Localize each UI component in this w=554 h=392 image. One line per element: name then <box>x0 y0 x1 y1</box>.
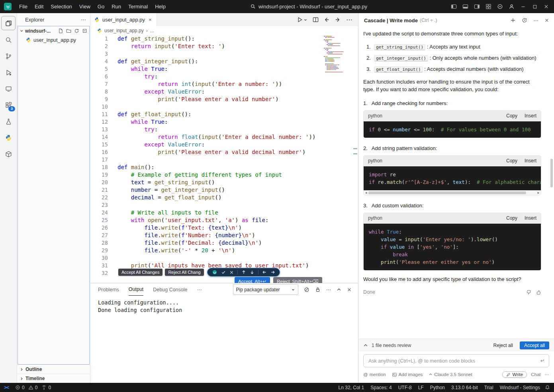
maximize-panel-icon[interactable] <box>337 287 341 292</box>
extensions-icon[interactable]: 3 <box>2 98 15 112</box>
new-conversation-icon[interactable] <box>510 18 516 23</box>
layout-panel-icon[interactable] <box>460 2 471 12</box>
chat-mode-toggle[interactable]: Chat <box>531 372 540 377</box>
copy-code-button[interactable]: Copy <box>506 157 517 165</box>
write-mode-toggle[interactable]: Write <box>502 371 527 378</box>
reject-change-icon[interactable] <box>229 270 234 275</box>
accept-all-changes-button[interactable]: Accept All Changes <box>118 269 162 276</box>
tab-problems[interactable]: Problems <box>98 283 119 296</box>
accept-change-icon[interactable] <box>221 270 226 275</box>
tab-close-icon[interactable]: × <box>148 17 153 23</box>
python-panel-icon[interactable] <box>2 131 15 144</box>
layout-grid-icon[interactable] <box>483 2 494 12</box>
scrollbar-thumb[interactable] <box>368 191 526 194</box>
minimize-button[interactable] <box>518 2 529 12</box>
cascade-input-box[interactable]: ↵ <box>363 354 549 367</box>
prev-change-icon[interactable] <box>241 270 246 275</box>
close-panel-icon[interactable] <box>347 287 352 292</box>
run-debug-icon[interactable] <box>2 66 15 79</box>
footer-more-icon[interactable]: ⋯ <box>545 372 550 377</box>
testing-icon[interactable] <box>2 115 15 128</box>
lock-scroll-icon[interactable] <box>315 287 321 293</box>
menu-item[interactable]: File <box>16 2 31 11</box>
status-item[interactable]: Windsurf - Settings <box>500 385 540 390</box>
new-folder-icon[interactable] <box>66 28 71 33</box>
copy-code-button[interactable]: Copy <box>506 215 517 222</box>
packages-icon[interactable] <box>2 147 15 161</box>
menu-item[interactable]: Help <box>151 2 169 11</box>
breadcrumb[interactable]: user_input_app.py › ... <box>90 26 358 35</box>
refresh-icon[interactable] <box>74 28 79 33</box>
horizontal-scrollbar[interactable]: ◄ ► <box>364 190 541 195</box>
reject-hunk-button[interactable]: Reject Shift+Alt+⌫ <box>273 277 322 283</box>
close-window-button[interactable] <box>541 2 552 12</box>
breadcrumb-file[interactable]: user_input_app.py <box>104 28 144 33</box>
menu-item[interactable]: Terminal <box>125 2 151 11</box>
tab-output[interactable]: Output <box>129 283 144 296</box>
close-cascade-icon[interactable] <box>544 18 549 23</box>
mention-button[interactable]: @ mention <box>363 372 386 377</box>
menu-item[interactable]: Edit <box>31 2 47 11</box>
status-item[interactable]: 3.13.0 64-bit <box>451 385 478 390</box>
layout-sidebar-right-icon[interactable] <box>472 2 482 12</box>
account-icon[interactable] <box>506 2 517 12</box>
menu-item[interactable]: Selection <box>47 2 75 11</box>
add-images-button[interactable]: Add images <box>392 372 423 377</box>
status-item[interactable]: Spaces: 4 <box>370 385 392 390</box>
thumbs-down-icon[interactable] <box>526 290 531 295</box>
menu-item[interactable]: Go <box>94 2 108 11</box>
source-control-icon[interactable] <box>2 49 15 63</box>
cascade-input[interactable] <box>368 358 537 364</box>
cascade-scrollbar[interactable] <box>550 159 553 187</box>
collapse-review-icon[interactable] <box>363 343 368 348</box>
tab-debug-console[interactable]: Debug Console <box>153 283 187 296</box>
thumbs-up-icon[interactable] <box>536 290 541 295</box>
nav-forward-icon[interactable] <box>335 17 341 23</box>
copy-code-button[interactable]: Copy <box>506 112 517 120</box>
run-python-button[interactable] <box>297 17 307 23</box>
submit-icon[interactable]: ↵ <box>540 358 545 364</box>
insert-code-button[interactable]: Insert <box>525 157 536 165</box>
history-icon[interactable] <box>522 18 527 23</box>
prev-file-icon[interactable] <box>262 270 267 275</box>
folder-row-windsurf-project[interactable]: windsurf-... <box>18 26 89 35</box>
explorer-more-icon[interactable]: ⋯ <box>81 17 86 23</box>
accept-hunk-button[interactable]: Accept Alt+↵ <box>235 277 270 283</box>
clear-output-icon[interactable] <box>304 287 309 293</box>
collapse-all-icon[interactable] <box>82 28 87 33</box>
split-editor-icon[interactable] <box>313 17 319 23</box>
file-row-user-input-app[interactable]: user_input_app.py <box>18 35 89 45</box>
new-file-icon[interactable] <box>58 28 63 33</box>
next-file-icon[interactable] <box>270 270 275 275</box>
cascade-more-icon[interactable]: ⋯ <box>533 18 538 23</box>
tab-user-input-app[interactable]: user_input_app.py × <box>90 13 157 26</box>
next-change-icon[interactable] <box>250 270 254 275</box>
codeium-logo-icon[interactable] <box>495 2 505 12</box>
cascade-spark-icon[interactable] <box>212 269 217 275</box>
scroll-left-icon[interactable]: ◄ <box>364 191 368 195</box>
breadcrumb-symbol[interactable]: ... <box>150 28 154 33</box>
problems-status[interactable]: 0 0 <box>15 385 37 390</box>
status-item[interactable]: LF <box>418 385 424 390</box>
editor-more-icon[interactable]: ⋯ <box>346 16 352 23</box>
search-panel-icon[interactable] <box>2 33 15 47</box>
status-item[interactable]: Ln 32, Col 1 <box>339 385 364 390</box>
output-channel-select[interactable]: Pip package updater <box>233 284 298 295</box>
maximize-button[interactable] <box>529 2 540 12</box>
ports-status[interactable]: 0 <box>41 385 51 390</box>
status-item[interactable]: UTF-8 <box>398 385 412 390</box>
explorer-icon[interactable] <box>1 16 16 30</box>
notifications-bell-icon[interactable] <box>545 385 554 390</box>
nav-back-icon[interactable] <box>324 17 330 23</box>
status-item[interactable]: Trial <box>484 385 493 390</box>
menu-item[interactable]: Run <box>108 2 125 11</box>
panel-tabs-more-icon[interactable]: ⋯ <box>197 283 202 296</box>
explorer-empty-area[interactable] <box>18 45 89 364</box>
code-editor[interactable]: 1def get_string_input():2 return input('… <box>90 35 358 283</box>
outline-section[interactable]: Outline <box>17 365 90 374</box>
insert-code-button[interactable]: Insert <box>525 112 536 120</box>
minimap[interactable] <box>324 36 348 74</box>
remote-indicator[interactable]: >< <box>2 385 11 390</box>
accept-all-button[interactable]: Accept all <box>520 341 549 349</box>
insert-code-button[interactable]: Insert <box>525 215 536 222</box>
